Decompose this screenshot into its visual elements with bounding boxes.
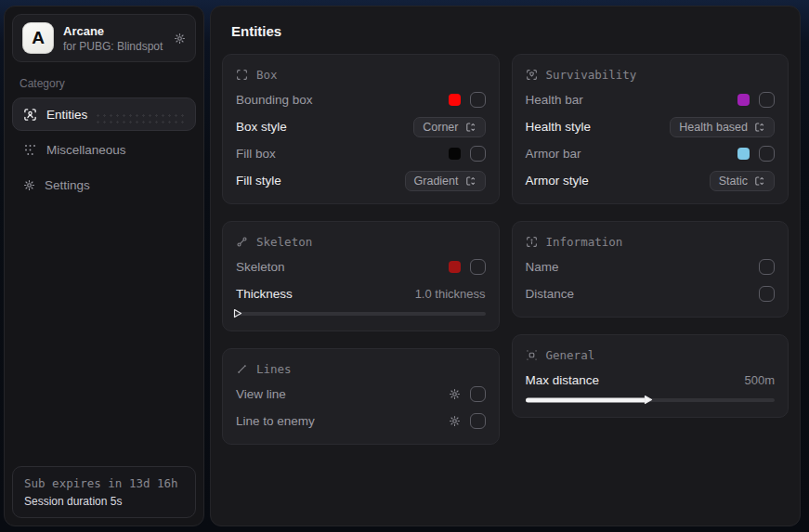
- distance-label: Distance: [526, 287, 575, 301]
- name-checkbox[interactable]: [759, 259, 775, 275]
- selector-icon: [754, 122, 765, 133]
- card-header-skeleton: Skeleton: [236, 227, 486, 253]
- session-duration: Session duration 5s: [24, 495, 184, 508]
- armor-style-select[interactable]: Static: [710, 171, 775, 191]
- sidebar-item-label: Miscellaneous: [46, 143, 126, 157]
- page-title: Entities: [231, 23, 779, 39]
- health-bar-label: Health bar: [526, 93, 583, 107]
- fill-box-checkbox[interactable]: [470, 146, 486, 162]
- max-distance-slider[interactable]: [526, 395, 776, 406]
- card-title: Survivability: [546, 68, 637, 82]
- view-line-label: View line: [236, 387, 286, 401]
- line-to-enemy-checkbox[interactable]: [470, 413, 486, 429]
- max-distance-value: 500m: [744, 373, 775, 387]
- name-row: Name: [526, 253, 776, 280]
- sidebar-item-miscellaneous[interactable]: Miscellaneous: [12, 133, 196, 166]
- card-title: Skeleton: [256, 235, 312, 249]
- skeleton-row: Skeleton: [236, 253, 486, 280]
- entities-icon: [23, 108, 37, 122]
- shield-icon: [526, 69, 538, 81]
- left-column: BoxBounding boxBox styleCornerFill boxFi…: [222, 54, 500, 445]
- max-distance-row: Max distance500m: [526, 367, 776, 394]
- target-icon: [526, 349, 538, 361]
- main-panel: Entities BoxBounding boxBox styleCornerF…: [210, 6, 801, 526]
- armor-bar-row: Armor bar: [526, 140, 776, 167]
- health-style-select-value: Health based: [679, 121, 748, 134]
- armor-style-label: Armor style: [526, 174, 589, 188]
- app-name: Arcane: [63, 24, 164, 38]
- line-to-enemy-row: Line to enemy: [236, 408, 486, 435]
- view-line-row: View line: [236, 381, 486, 408]
- distance-checkbox[interactable]: [759, 286, 775, 302]
- armor-bar-color-swatch[interactable]: [737, 148, 750, 160]
- bone-icon: [236, 236, 248, 248]
- card-general: GeneralMax distance500m: [512, 334, 789, 418]
- card-header-general: General: [526, 341, 776, 367]
- desktop-background: { "sidebar": { "logo_letter": "A", "app_…: [0, 0, 809, 532]
- line-to-enemy-gear-icon[interactable]: [449, 415, 461, 427]
- box-style-label: Box style: [236, 120, 287, 134]
- app-meta: Arcane for PUBG: Blindspot: [63, 24, 164, 53]
- sidebar-item-label: Settings: [45, 178, 90, 192]
- card-header-information: Information: [526, 227, 776, 253]
- skeleton-color-swatch[interactable]: [449, 261, 461, 273]
- app-header-card: A Arcane for PUBG: Blindspot: [12, 14, 196, 62]
- slider-track: [236, 312, 486, 316]
- view-line-gear-icon[interactable]: [449, 388, 461, 400]
- thickness-value: 1.0 thickness: [415, 287, 486, 301]
- health-style-select[interactable]: Health based: [670, 117, 775, 137]
- card-skeleton: SkeletonSkeletonThickness1.0 thickness: [222, 221, 500, 331]
- health-bar-checkbox[interactable]: [759, 92, 775, 108]
- sidebar: A Arcane for PUBG: Blindspot Category En…: [4, 6, 204, 526]
- bounding-box-checkbox[interactable]: [470, 92, 486, 108]
- selector-icon: [754, 175, 765, 187]
- health-style-row: Health styleHealth based: [526, 113, 776, 140]
- settings-gear-icon[interactable]: [174, 32, 186, 45]
- sidebar-item-label: Entities: [46, 108, 87, 122]
- app-logo: A: [22, 22, 54, 54]
- card-survivability: SurvivabilityHealth barHealth styleHealt…: [512, 54, 789, 204]
- fill-style-label: Fill style: [236, 174, 281, 188]
- sidebar-item-settings[interactable]: Settings: [12, 168, 196, 201]
- card-title: Box: [256, 68, 278, 82]
- slider-thumb[interactable]: [233, 305, 242, 322]
- card-title: General: [546, 348, 595, 362]
- right-column: SurvivabilityHealth barHealth styleHealt…: [512, 54, 789, 445]
- card-header-box: Box: [236, 60, 486, 86]
- skeleton-checkbox[interactable]: [470, 259, 486, 275]
- slider-fill: [526, 398, 646, 403]
- selector-icon: [465, 175, 476, 187]
- health-bar-color-swatch[interactable]: [737, 94, 750, 106]
- box-style-select[interactable]: Corner: [413, 117, 485, 137]
- app-subtitle: for PUBG: Blindspot: [63, 40, 164, 53]
- armor-bar-checkbox[interactable]: [759, 146, 775, 162]
- thickness-label: Thickness: [236, 287, 293, 301]
- corners-icon: [236, 69, 248, 81]
- bounding-box-color-swatch[interactable]: [449, 94, 461, 106]
- dots-decoration: [95, 112, 188, 127]
- thickness-slider[interactable]: [236, 308, 486, 319]
- fill-style-select[interactable]: Gradient: [405, 171, 486, 191]
- gear-icon: [23, 179, 35, 191]
- health-style-label: Health style: [526, 120, 592, 134]
- subscription-expiry: Sub expires in 13d 16h: [24, 476, 184, 490]
- fill-box-color-swatch[interactable]: [449, 148, 461, 160]
- armor-bar-label: Armor bar: [526, 147, 581, 161]
- view-line-checkbox[interactable]: [470, 386, 486, 402]
- fill-style-select-value: Gradient: [414, 175, 459, 188]
- slider-thumb[interactable]: [644, 392, 653, 409]
- sidebar-item-entities[interactable]: Entities: [12, 97, 196, 131]
- card-information: InformationNameDistance: [512, 221, 789, 318]
- skeleton-label: Skeleton: [236, 260, 285, 274]
- line-to-enemy-label: Line to enemy: [236, 414, 315, 428]
- card-title: Lines: [256, 362, 292, 376]
- thickness-row: Thickness1.0 thickness: [236, 280, 486, 307]
- name-label: Name: [526, 260, 559, 274]
- card-box: BoxBounding boxBox styleCornerFill boxFi…: [222, 54, 500, 204]
- box-style-row: Box styleCorner: [236, 113, 486, 140]
- cards-grid: BoxBounding boxBox styleCornerFill boxFi…: [222, 54, 789, 445]
- health-bar-row: Health bar: [526, 86, 776, 113]
- armor-style-row: Armor styleStatic: [526, 167, 776, 194]
- armor-style-select-value: Static: [719, 175, 748, 188]
- card-title: Information: [546, 235, 623, 249]
